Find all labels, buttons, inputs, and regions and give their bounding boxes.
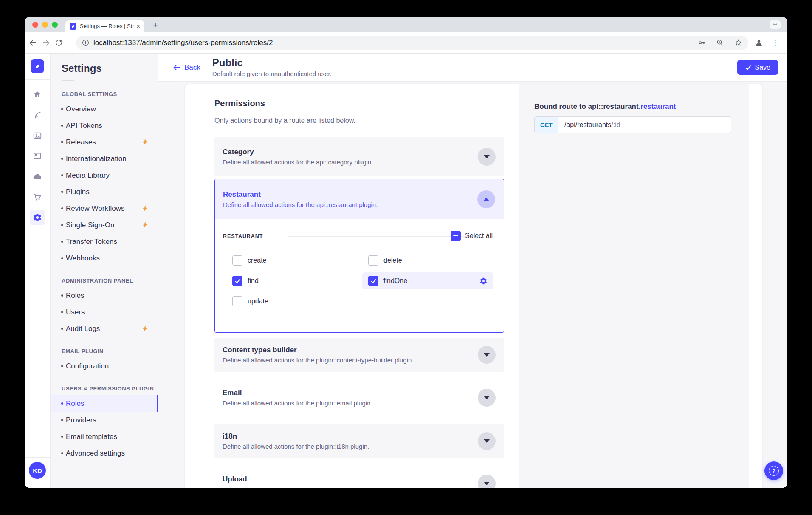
update-checkbox[interactable] xyxy=(232,296,242,306)
site-info-icon[interactable] xyxy=(82,39,89,46)
tab-close-icon[interactable]: × xyxy=(136,23,140,29)
accordion-texts: Upload xyxy=(223,475,247,488)
findone-checkbox[interactable] xyxy=(368,276,378,286)
password-key-icon[interactable] xyxy=(698,39,706,47)
sidebar-item-review-workflows[interactable]: Review Workflows xyxy=(51,200,158,217)
chevron-down-icon[interactable] xyxy=(478,148,496,166)
accordion-title: Restaurant xyxy=(223,190,378,199)
accordion-restaurant-header[interactable]: Restaurant Define all allowed actions fo… xyxy=(215,179,504,219)
browser-tab[interactable]: Settings — Roles | Strapi × xyxy=(65,20,144,32)
chevron-down-icon[interactable] xyxy=(478,432,496,450)
traffic-zoom-button[interactable] xyxy=(52,22,58,28)
content-type-builder-icon[interactable] xyxy=(30,148,45,164)
accordion-title: Content types builder xyxy=(223,346,413,354)
strapi-logo[interactable] xyxy=(31,59,44,73)
profile-avatar-icon[interactable] xyxy=(753,37,765,49)
strapi-favicon-icon xyxy=(70,23,76,30)
sidebar-item-up-roles[interactable]: Roles xyxy=(51,395,158,412)
accordion-category[interactable]: Category Define all allowed actions for … xyxy=(214,137,504,176)
checkbox-label: create xyxy=(248,257,266,264)
advanced-settings-gear-icon[interactable] xyxy=(479,277,488,285)
sidebar-item-users[interactable]: Users xyxy=(51,304,158,320)
bound-route-panel: Bound route to api::restaurant.restauran… xyxy=(519,84,749,488)
select-all-checkbox[interactable] xyxy=(451,231,461,241)
sidebar-item-media-library[interactable]: Media Library xyxy=(51,167,158,184)
back-link[interactable]: Back xyxy=(173,63,200,72)
sidebar-item-overview[interactable]: Overview xyxy=(51,101,158,117)
home-icon[interactable] xyxy=(30,87,45,102)
sidebar-item-email-templates[interactable]: Email templates xyxy=(51,428,158,445)
browser-window: Settings — Roles | Strapi × + xyxy=(25,17,787,488)
bullet-icon xyxy=(61,141,63,143)
sidebar-item-admin-roles[interactable]: Roles xyxy=(51,287,158,304)
chevron-down-icon[interactable] xyxy=(478,475,496,488)
accordion-list: Category Define all allowed actions for … xyxy=(214,137,504,488)
help-button[interactable]: ? xyxy=(764,461,783,480)
sidebar-item-internationalization[interactable]: Internationalization xyxy=(51,150,158,167)
route-path-main: /api/restaurants xyxy=(564,121,611,129)
sidebar-item-releases[interactable]: Releases xyxy=(51,134,158,150)
chevron-up-icon[interactable] xyxy=(477,190,495,208)
zoom-icon[interactable] xyxy=(716,39,724,47)
sidebar-item-label: Users xyxy=(66,308,85,317)
forward-nav-icon[interactable] xyxy=(39,37,52,49)
sidebar-item-transfer-tokens[interactable]: Transfer Tokens xyxy=(51,233,158,250)
url-bar[interactable]: localhost:1337/admin/settings/users-perm… xyxy=(76,36,748,50)
content-area: Permissions Only actions bound by a rout… xyxy=(158,82,787,488)
browser-menu-icon[interactable]: ⋮ xyxy=(771,38,780,48)
sidebar-item-providers[interactable]: Providers xyxy=(51,412,158,428)
create-checkbox[interactable] xyxy=(232,255,242,266)
accordion-content-types-builder[interactable]: Content types builder Define all allowed… xyxy=(214,338,504,372)
sidebar-item-label: Configuration xyxy=(66,362,109,371)
content-manager-feather-icon[interactable] xyxy=(30,108,45,123)
sidebar-item-advanced-settings[interactable]: Advanced settings xyxy=(51,445,158,461)
sidebar-item-webhooks[interactable]: Webhooks xyxy=(51,250,158,266)
sidebar-item-plugins[interactable]: Plugins xyxy=(51,184,158,200)
sidebar-item-configuration[interactable]: Configuration xyxy=(51,358,158,374)
bullet-icon xyxy=(61,419,63,421)
sidebar-item-label: Webhooks xyxy=(66,254,100,263)
accordion-desc xyxy=(223,486,247,488)
accordion-texts: Email Define all allowed actions for the… xyxy=(223,389,372,407)
back-label: Back xyxy=(184,63,200,72)
accordion-i18n[interactable]: i18n Define all allowed actions for the … xyxy=(214,424,504,458)
main-column: Back Public Default role given to unauth… xyxy=(158,54,787,488)
traffic-minimize-button[interactable] xyxy=(42,22,48,28)
back-nav-icon[interactable] xyxy=(27,37,39,49)
chevron-down-icon[interactable] xyxy=(478,346,496,364)
find-checkbox[interactable] xyxy=(232,276,242,286)
marketplace-cart-icon[interactable] xyxy=(30,190,45,205)
bookmark-star-icon[interactable] xyxy=(734,39,742,47)
section-global-settings: GLOBAL SETTINGS xyxy=(62,91,158,97)
main-nav-rail: KD xyxy=(25,54,51,488)
sidebar-item-single-sign-on[interactable]: Single Sign-On xyxy=(51,217,158,233)
section-users-permissions-plugin: USERS & PERMISSIONS PLUGIN xyxy=(62,385,158,392)
sidebar-item-api-tokens[interactable]: API Tokens xyxy=(51,117,158,134)
rail-divider xyxy=(25,79,50,80)
chevron-down-icon[interactable] xyxy=(478,389,496,407)
new-tab-button[interactable]: + xyxy=(150,20,161,31)
delete-checkbox[interactable] xyxy=(368,255,378,266)
accordion-texts: Content types builder Define all allowed… xyxy=(223,346,413,364)
checkbox-label: delete xyxy=(383,257,402,264)
media-library-icon[interactable] xyxy=(30,128,45,143)
select-all-label: Select all xyxy=(465,232,493,240)
cloud-deploy-icon[interactable] xyxy=(30,169,45,184)
traffic-close-button[interactable] xyxy=(32,22,38,28)
tab-search-chevron-icon[interactable] xyxy=(770,20,781,29)
accordion-upload[interactable]: Upload xyxy=(214,467,504,488)
save-button[interactable]: Save xyxy=(737,60,778,75)
accordion-email[interactable]: Email Define all allowed actions for the… xyxy=(214,381,504,415)
toolbar-right-group: ⋮ xyxy=(753,37,780,49)
sidebar-item-audit-logs[interactable]: Audit Logs xyxy=(51,320,158,337)
route-path-param: /:id xyxy=(611,121,620,129)
url-text[interactable]: localhost:1337/admin/settings/users-perm… xyxy=(93,39,688,47)
settings-gear-icon[interactable] xyxy=(30,210,45,225)
bullet-icon xyxy=(61,294,63,297)
check-icon xyxy=(745,65,751,70)
action-findone-highlighted: findOne xyxy=(362,272,493,289)
reload-icon[interactable] xyxy=(52,37,65,49)
bound-route-heading: Bound route to api::restaurant.restauran… xyxy=(534,102,676,111)
user-avatar[interactable]: KD xyxy=(29,462,46,479)
bullet-icon xyxy=(61,191,63,193)
